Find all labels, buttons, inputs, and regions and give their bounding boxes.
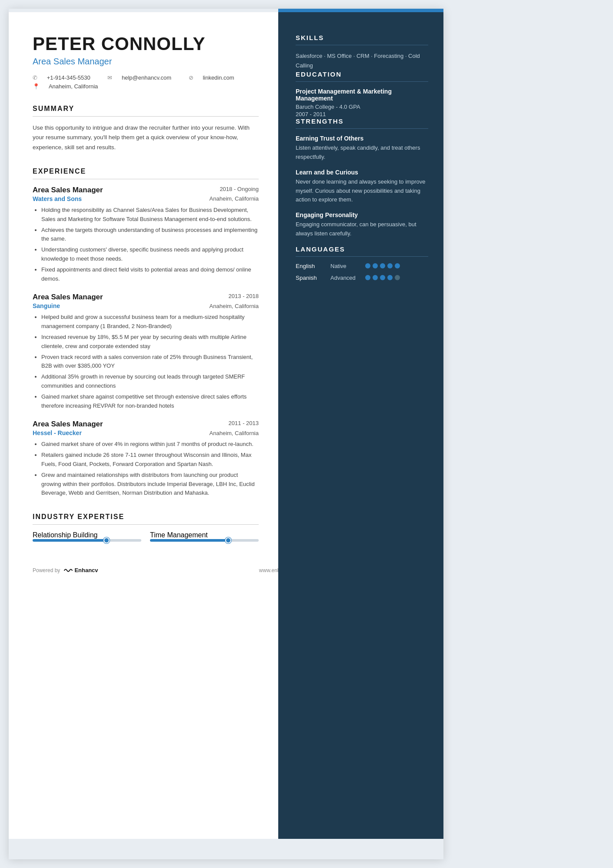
lang-2-name: Spanish	[296, 275, 330, 281]
experience-title: EXPERIENCE	[33, 168, 259, 179]
lang-1-dots	[365, 263, 400, 268]
contact-line-1: ✆ +1-914-345-5530 ✉ help@enhancv.com ⊘ l…	[33, 74, 259, 81]
list-item: Additional 35% growth in revenue by sour…	[41, 372, 259, 391]
progress-bar-bg-2	[150, 539, 259, 542]
lang-row-2: Spanish Advanced	[296, 275, 428, 281]
list-item: Grew and maintained relationships with d…	[41, 471, 259, 498]
dot	[387, 263, 393, 268]
linkedin-contact: ⊘ linkedin.com	[189, 74, 242, 81]
email-contact: ✉ help@enhancv.com	[107, 74, 180, 81]
strengths-title: STRENGTHS	[296, 117, 428, 129]
strength-1-desc: Listen attentively, speak candidly, and …	[296, 144, 428, 162]
job-3-dates: 2011 - 2013	[229, 420, 259, 426]
progress-dot-1	[103, 537, 110, 543]
education-section: EDUCATION Project Management & Marketing…	[296, 70, 428, 117]
dot	[395, 275, 400, 280]
strength-3-desc: Engaging communicator, can be persuasive…	[296, 220, 428, 238]
job-3-bullets: Gained market share of over 4% in region…	[33, 440, 259, 498]
footer: Powered by Enhancv www.enhancv.com	[33, 559, 302, 573]
list-item: Increased revenue by 18%, $5.5 M per yea…	[41, 333, 259, 351]
job-2-dates: 2013 - 2018	[229, 293, 259, 299]
job-2: Area Sales Manager 2013 - 2018 Sanguine …	[33, 293, 259, 410]
summary-section: SUMMARY Use this opportunity to intrigue…	[33, 105, 259, 152]
lang-1-level: Native	[330, 263, 365, 269]
industry-label-1: Relationship Building	[33, 531, 97, 539]
strength-2: Learn and be Curious Never done learning…	[296, 169, 428, 204]
list-item: Holding the responsibility as Channel Sa…	[41, 206, 259, 224]
skills-title: SKILLS	[296, 34, 428, 45]
candidate-name: PETER CONNOLLY	[33, 34, 259, 54]
edu-degree: Project Management & Marketing Managemen…	[296, 88, 428, 102]
experience-section: EXPERIENCE Area Sales Manager 2018 - Ong…	[33, 168, 259, 498]
powered-by-text: Powered by	[33, 567, 60, 573]
job-1-role: Area Sales Manager	[33, 186, 103, 194]
languages-section: LANGUAGES English Native Spani	[296, 245, 428, 281]
job-3-role: Area Sales Manager	[33, 420, 103, 429]
lang-row-1: English Native	[296, 263, 428, 269]
job-3: Area Sales Manager 2011 - 2013 Hessel - …	[33, 420, 259, 498]
dot	[365, 275, 370, 280]
phone-icon: ✆	[33, 74, 37, 81]
progress-dot-2	[225, 537, 231, 543]
job-2-bullets: Helped build and grow a successful busin…	[33, 313, 259, 410]
list-item: Proven track record with a sales convers…	[41, 353, 259, 371]
dot	[373, 263, 378, 268]
progress-bar-fill-2	[150, 539, 228, 542]
education-title: EDUCATION	[296, 70, 428, 82]
strength-1: Earning Trust of Others Listen attentive…	[296, 135, 428, 162]
list-item: Retailers gained include 26 store 7-11 o…	[41, 451, 259, 469]
dot	[365, 263, 370, 268]
job-3-company: Hessel - Ruecker	[33, 429, 82, 436]
location-contact: 📍 Anaheim, California	[33, 83, 259, 90]
industry-grid: Relationship Building Time Management	[33, 531, 259, 542]
strength-3-title: Engaging Personality	[296, 211, 428, 218]
list-item: Helped build and grow a successful busin…	[41, 313, 259, 331]
enhancv-brand: Enhancv	[74, 567, 98, 573]
progress-bar-fill-1	[33, 539, 107, 542]
edu-years: 2007 - 2011	[296, 111, 428, 117]
link-icon: ⊘	[189, 74, 193, 81]
list-item: Gained market share against competitive …	[41, 392, 259, 411]
lang-2-level: Advanced	[330, 275, 365, 281]
dot	[387, 275, 393, 280]
edu-school: Baruch College - 4.0 GPA	[296, 104, 428, 110]
job-title: Area Sales Manager	[33, 57, 259, 67]
list-item: Understanding customers' diverse, specif…	[41, 245, 259, 264]
progress-bar-bg-1	[33, 539, 141, 542]
job-2-role: Area Sales Manager	[33, 293, 103, 302]
list-item: Fixed appointments and direct field visi…	[41, 265, 259, 284]
list-item: Achieves the targets thorough understand…	[41, 226, 259, 244]
skills-text: Salesforce · MS Office · CRM · Forecasti…	[296, 51, 428, 70]
languages-title: LANGUAGES	[296, 245, 428, 257]
industry-expertise-title: INDUSTRY EXPERTISE	[33, 513, 259, 525]
job-3-location: Anaheim, California	[210, 430, 259, 436]
phone-contact: ✆ +1-914-345-5530	[33, 74, 100, 81]
job-1: Area Sales Manager 2018 - Ongoing Waters…	[33, 186, 259, 283]
lang-2-dots	[365, 275, 400, 280]
list-item: Gained market share of over 4% in region…	[41, 440, 259, 449]
location-icon: 📍	[33, 83, 40, 90]
lang-1-name: English	[296, 263, 330, 269]
summary-title: SUMMARY	[33, 105, 259, 117]
email-icon: ✉	[107, 74, 112, 81]
job-1-dates: 2018 - Ongoing	[220, 186, 259, 192]
strength-2-title: Learn and be Curious	[296, 169, 428, 176]
job-1-location: Anaheim, California	[210, 195, 259, 202]
industry-expertise-section: INDUSTRY EXPERTISE Relationship Building	[33, 513, 259, 542]
job-1-bullets: Holding the responsibility as Channel Sa…	[33, 206, 259, 283]
job-2-company: Sanguine	[33, 302, 60, 309]
job-2-location: Anaheim, California	[210, 303, 259, 309]
industry-item-2: Time Management	[150, 531, 259, 542]
strengths-section: STRENGTHS Earning Trust of Others Listen…	[296, 117, 428, 238]
industry-label-2: Time Management	[150, 531, 208, 539]
dot	[380, 275, 385, 280]
job-1-company: Waters and Sons	[33, 195, 82, 202]
dot	[380, 263, 385, 268]
strength-1-title: Earning Trust of Others	[296, 135, 428, 142]
strength-2-desc: Never done learning and always seeking t…	[296, 178, 428, 204]
industry-item-1: Relationship Building	[33, 531, 141, 542]
enhancv-logo: Enhancv	[63, 567, 98, 573]
footer-left: Powered by Enhancv	[33, 567, 98, 573]
skills-section: SKILLS Salesforce · MS Office · CRM · Fo…	[296, 34, 428, 70]
dot	[395, 263, 400, 268]
